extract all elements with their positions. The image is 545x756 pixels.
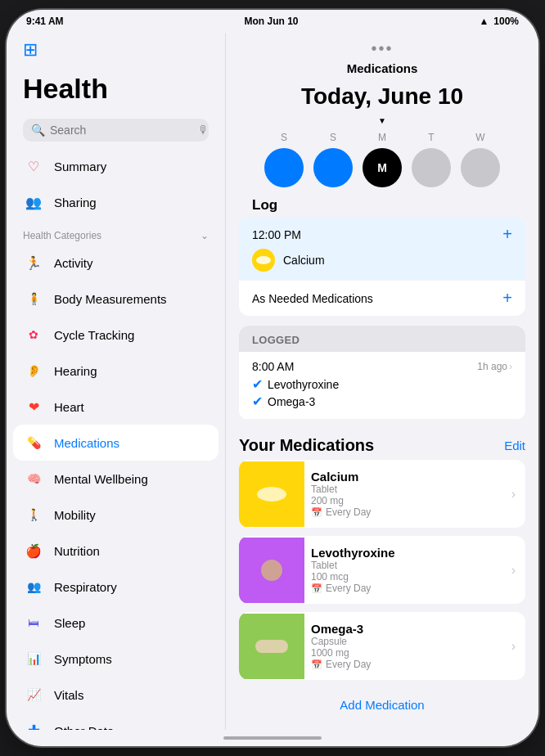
levothyroxine-dose: 100 mcg — [311, 571, 505, 583]
respiratory-icon: 👥 — [23, 576, 44, 597]
medication-card-calcium[interactable]: Calcium Tablet 200 mg 📅 Every Day › — [239, 460, 525, 528]
search-input[interactable] — [50, 124, 193, 137]
calcium-schedule: 📅 Every Day — [311, 506, 505, 518]
day-col-w[interactable]: W — [461, 132, 500, 187]
day-circle-t1 — [412, 148, 451, 187]
logged-row[interactable]: 8:00 AM 1h ago › ✔ Levothyroxine ✔ Omega… — [239, 352, 525, 420]
sidebar-item-heart[interactable]: ❤ Heart — [7, 389, 225, 425]
sidebar-item-symptoms[interactable]: 📊 Symptoms — [7, 641, 225, 677]
your-medications-title: Your Medications — [239, 436, 374, 455]
sidebar-item-cycle-tracking[interactable]: ✿ Cycle Tracking — [7, 317, 225, 353]
sidebar-item-nutrition[interactable]: 🍎 Nutrition — [7, 533, 225, 569]
medications-label: Medications — [54, 436, 119, 450]
omega3-chevron: › — [511, 639, 525, 654]
log-row-as-needed[interactable]: As Needed Medications + — [239, 281, 525, 316]
status-icons: ▲ 100% — [479, 16, 519, 27]
day-letter-s1: S — [281, 132, 287, 143]
respiratory-label: Respiratory — [54, 580, 117, 594]
body-measurements-icon: 🧍 — [23, 288, 44, 309]
day-letter-m: M — [378, 132, 386, 143]
day-col-s1[interactable]: S — [264, 132, 304, 187]
logged-med-omega3: ✔ Omega-3 — [252, 394, 512, 409]
sleep-icon: 🛏 — [23, 612, 44, 633]
time-display: 9:41 AM — [26, 16, 64, 27]
sidebar-item-sharing[interactable]: 👥 Sharing — [7, 184, 225, 220]
medication-card-omega3[interactable]: Omega-3 Capsule 1000 mg 📅 Every Day › — [239, 612, 525, 680]
medication-card-levothyroxine[interactable]: Levothyroxine Tablet 100 mcg 📅 Every Day… — [239, 536, 525, 604]
summary-label: Summary — [54, 160, 106, 173]
mic-icon[interactable]: 🎙 — [198, 124, 209, 137]
levothyroxine-schedule-text: Every Day — [326, 583, 371, 594]
add-log-12pm-button[interactable]: + — [502, 225, 512, 244]
calcium-dose: 200 mg — [311, 495, 505, 506]
hearing-label: Hearing — [54, 364, 97, 378]
logged-med-levothyroxine: ✔ Levothyroxine — [252, 376, 512, 392]
device-frame: 9:41 AM Mon Jun 10 ▲ 100% ⊞ Health 🔍 🎙 ♡ — [7, 10, 538, 746]
health-categories-chevron: ⌄ — [200, 230, 209, 241]
sidebar-item-hearing[interactable]: 👂 Hearing — [7, 353, 225, 389]
sidebar-item-sleep[interactable]: 🛏 Sleep — [7, 605, 225, 641]
sidebar-item-body-measurements[interactable]: 🧍 Body Measurements — [7, 281, 225, 317]
logged-time-row: 8:00 AM 1h ago › — [252, 360, 512, 373]
calcium-name: Calcium — [311, 470, 505, 484]
mobility-label: Mobility — [54, 508, 96, 522]
activity-label: Activity — [54, 256, 93, 270]
omega3-schedule: 📅 Every Day — [311, 659, 505, 670]
day-col-m[interactable]: M M — [363, 132, 402, 187]
search-bar[interactable]: 🔍 🎙 — [23, 119, 209, 142]
edit-medications-button[interactable]: Edit — [504, 439, 525, 452]
sidebar-toggle-icon[interactable]: ⊞ — [23, 39, 38, 60]
sidebar-item-medications[interactable]: 💊 Medications — [13, 425, 218, 461]
vitals-icon: 📈 — [23, 684, 44, 705]
day-selector: S S M M T — [226, 125, 538, 197]
sidebar-item-activity[interactable]: 🏃 Activity — [7, 245, 225, 281]
heart-icon: ❤ — [23, 396, 44, 417]
body-measurements-label: Body Measurements — [54, 292, 167, 306]
sidebar-item-summary[interactable]: ♡ Summary — [7, 148, 225, 184]
logged-title: Logged — [252, 334, 300, 346]
log-row-12pm[interactable]: 12:00 PM + Calcium — [239, 217, 525, 281]
sharing-label: Sharing — [54, 196, 97, 209]
mobility-icon: 🚶 — [23, 504, 44, 525]
mental-wellbeing-label: Mental Wellbeing — [54, 472, 148, 486]
home-indicator — [223, 736, 322, 740]
calcium-chevron: › — [511, 487, 525, 502]
medications-icon: 💊 — [23, 432, 44, 453]
sidebar-item-vitals[interactable]: 📈 Vitals — [7, 677, 225, 713]
date-triangle: ▼ — [226, 116, 538, 125]
cycle-tracking-icon: ✿ — [23, 324, 44, 345]
calcium-pill-icon — [254, 251, 272, 269]
health-categories-label: Health Categories — [23, 230, 101, 241]
check-icon-levothyroxine: ✔ — [252, 376, 263, 392]
wifi-icon: ▲ — [479, 16, 489, 27]
logged-ago: 1h ago › — [477, 361, 512, 372]
add-as-needed-button[interactable]: + — [502, 289, 512, 308]
calendar-icon-omega3: 📅 — [311, 659, 322, 670]
other-data-label: Other Data — [54, 724, 114, 730]
sidebar-item-other-data[interactable]: ✚ Other Data — [7, 713, 225, 730]
omega3-schedule-text: Every Day — [326, 659, 371, 670]
health-categories-header[interactable]: Health Categories ⌄ — [7, 220, 225, 245]
sidebar-item-mobility[interactable]: 🚶 Mobility — [7, 497, 225, 533]
omega3-name: Omega-3 — [311, 622, 505, 636]
as-needed-label: As Needed Medications — [252, 292, 373, 305]
symptoms-icon: 📊 — [23, 648, 44, 669]
logged-section: Logged 8:00 AM 1h ago › ✔ Levothyroxine — [239, 326, 525, 420]
check-icon-omega3: ✔ — [252, 394, 263, 409]
cycle-tracking-label: Cycle Tracking — [54, 328, 134, 342]
day-col-t1[interactable]: T — [412, 132, 451, 187]
sharing-icon: 👥 — [23, 191, 44, 213]
omega3-info: Omega-3 Capsule 1000 mg 📅 Every Day — [304, 612, 511, 680]
date-header: Today, June 10 — [226, 80, 538, 116]
add-medication-button[interactable]: Add Medication — [226, 688, 538, 722]
sidebar-header: Health — [7, 61, 225, 110]
nutrition-icon: 🍎 — [23, 540, 44, 561]
app-title: Health — [23, 74, 209, 104]
activity-icon: 🏃 — [23, 252, 44, 273]
sidebar-item-respiratory[interactable]: 👥 Respiratory — [7, 569, 225, 605]
day-letter-t1: T — [428, 132, 434, 143]
more-options-button[interactable]: ••• — [239, 39, 525, 58]
sidebar-item-mental-wellbeing[interactable]: 🧠 Mental Wellbeing — [7, 461, 225, 497]
day-col-s2[interactable]: S — [313, 132, 353, 187]
calcium-schedule-text: Every Day — [326, 506, 371, 518]
